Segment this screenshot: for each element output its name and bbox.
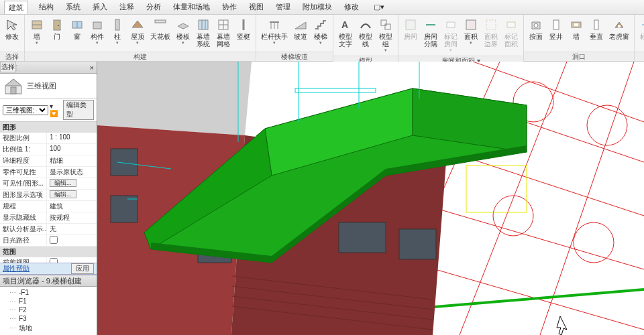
chevron-down-icon: ▾ — [136, 40, 139, 46]
ribbon-stair-button[interactable]: 楼梯▾ — [311, 16, 330, 47]
prop-value[interactable]: 建筑 — [47, 201, 97, 212]
ceiling-icon — [153, 17, 168, 32]
ribbon-comp-button[interactable]: 构件▾ — [88, 16, 107, 47]
door-icon — [50, 17, 64, 32]
edit-button[interactable]: 编辑... — [50, 190, 76, 198]
prop-value[interactable]: 显示原状态 — [47, 167, 97, 178]
edit-button[interactable]: 编辑... — [50, 179, 76, 187]
type-instance-select[interactable]: 三维视图: {三维} — [3, 105, 48, 115]
svg-rect-31 — [507, 22, 515, 27]
mullion-icon — [236, 17, 251, 32]
ribbon-wall-button[interactable]: 墙▾ — [28, 16, 46, 47]
ribbon-floor-button[interactable]: 楼板▾ — [174, 16, 193, 47]
prop-row[interactable]: 默认分析显示...无 — [0, 224, 97, 235]
ribbon-btn-label: 模型线 — [359, 33, 372, 48]
tree-node[interactable]: F3 — [9, 314, 97, 323]
ribbon-abound-button: 面积边界 — [482, 16, 500, 49]
prop-checkbox[interactable] — [50, 258, 58, 263]
ribbon-ramp-button[interactable]: 坡道 — [291, 16, 310, 42]
prop-checkbox[interactable] — [50, 236, 58, 244]
menu-tab-systems[interactable]: 系统 — [64, 1, 82, 13]
prop-row[interactable]: 规程建筑 — [0, 201, 97, 212]
tree-node[interactable]: 场地 — [9, 323, 97, 334]
ribbon-door-button[interactable]: 门 — [48, 16, 66, 42]
ribbon-btn-label: 面积边界 — [484, 33, 498, 48]
menu-tab-addins[interactable]: 附加模块 — [301, 1, 333, 13]
menu-tab-modify[interactable]: 修改 — [343, 1, 360, 13]
menu-tab-view[interactable]: 视图 — [248, 1, 265, 13]
menu-tab-annotate[interactable]: 注释 — [118, 1, 136, 13]
select-mode-label[interactable]: 选择 — [0, 62, 16, 72]
ribbon-window-button[interactable]: 窗 — [68, 16, 87, 42]
ribbon-arrow-button[interactable]: 修改 — [3, 16, 21, 42]
prop-value[interactable]: 精细 — [47, 155, 97, 166]
type-selector[interactable]: 三维视图 — [0, 74, 97, 98]
prop-value[interactable]: 100 — [47, 144, 97, 155]
ribbon-column-button[interactable]: 柱▾ — [108, 16, 127, 47]
rsep-icon — [423, 17, 438, 32]
menu-tab-analyze[interactable]: 分析 — [145, 1, 162, 13]
menu-tab-insert[interactable]: 插入 — [91, 1, 109, 13]
filter-icon[interactable]: ▾ 🔽 — [50, 103, 62, 117]
ribbon-ceiling-button[interactable]: 天花板 — [148, 16, 172, 42]
tree-node[interactable]: -F1 — [9, 288, 97, 297]
prop-row[interactable]: 比例值 1:100 — [0, 144, 97, 155]
ribbon-btn-label: 老虎窗 — [609, 33, 629, 40]
project-browser-header[interactable]: 项目浏览器 - 9.楼梯创建 — [0, 275, 97, 287]
prop-row[interactable]: 显示隐藏线按规程 — [0, 212, 97, 224]
ribbon-mgroup-button[interactable]: 模型组▾ — [376, 16, 395, 54]
prop-value[interactable]: 编辑... — [47, 178, 97, 189]
ribbon-btn-label: 房间分隔 — [424, 33, 437, 48]
menu-tab-manage[interactable]: 管理 — [274, 1, 292, 13]
ribbon-shaft-button[interactable]: 竖井 — [547, 16, 566, 42]
ribbon-mline-button[interactable]: 模型线 — [356, 16, 375, 49]
prop-value[interactable] — [47, 257, 97, 263]
ribbon-area-button[interactable]: 面积▾ — [462, 16, 480, 47]
prop-row[interactable]: 详细程度精细 — [0, 155, 97, 167]
svg-rect-26 — [406, 20, 415, 29]
ribbon-curtain-button[interactable]: 幕墙系统 — [194, 16, 213, 49]
prop-value[interactable]: 1 : 100 — [47, 133, 97, 143]
viewport-3d[interactable] — [97, 62, 644, 335]
ribbon-byface-button[interactable]: 按面 — [527, 16, 545, 42]
menu-tab-massing[interactable]: 体量和场地 — [172, 1, 211, 13]
svg-rect-25 — [385, 24, 390, 29]
ribbon-btn-label: 竖井 — [549, 33, 563, 40]
ribbon-railing-button[interactable]: 栏杆扶手▾ — [259, 16, 290, 47]
prop-row[interactable]: 视图比例1 : 100 — [0, 133, 97, 144]
menu-tab-structure[interactable]: 结构 — [38, 1, 55, 13]
properties-help-link[interactable]: 属性帮助 — [3, 264, 30, 273]
menu-tab-architecture[interactable]: 建筑 — [4, 1, 28, 14]
prop-row[interactable]: 图形显示选项编辑... — [0, 190, 97, 201]
ribbon-rsep-button[interactable]: 房间分隔 — [421, 16, 440, 49]
ribbon-btn-label: 标记房间 — [444, 33, 458, 48]
tree-node[interactable]: F2 — [9, 306, 97, 314]
ribbon-mullion-button[interactable]: 竖梃 — [234, 16, 253, 42]
ribbon-dormer-button[interactable]: 老虎窗 — [607, 16, 631, 42]
chevron-down-icon: ▾ — [470, 40, 472, 46]
menu-tab-collaborate[interactable]: 协作 — [221, 1, 238, 13]
prop-row[interactable]: 裁剪视图 — [0, 257, 97, 263]
ribbon-roof-button[interactable]: 屋顶▾ — [128, 16, 147, 47]
prop-value[interactable]: 无 — [47, 224, 97, 234]
comp-icon — [90, 17, 105, 32]
ribbon-btn-label: 窗 — [74, 33, 80, 40]
tree-node[interactable]: F1 — [9, 297, 97, 306]
ribbon-group-label: 选择 — [0, 52, 24, 61]
ribbon-btn-label: 门 — [54, 33, 60, 40]
edit-type-button[interactable]: 编辑类型 — [63, 100, 94, 120]
apply-button[interactable]: 应用 — [71, 263, 94, 274]
menu-extra-icon[interactable]: ▢▾ — [374, 3, 384, 11]
prop-value[interactable]: 编辑... — [47, 190, 97, 200]
close-icon[interactable]: × — [90, 64, 94, 72]
prop-value[interactable]: 按规程 — [47, 212, 97, 223]
ribbon-owall-button[interactable]: 墙 — [567, 16, 586, 42]
ribbon-mtext-button[interactable]: A模型文字 — [336, 16, 355, 49]
prop-row[interactable]: 日光路径 — [0, 235, 97, 247]
ribbon-vert-button[interactable]: 垂直 — [587, 16, 606, 42]
viewport-canvas[interactable] — [97, 62, 644, 335]
ribbon-cgrid-button[interactable]: 幕墙网格 — [214, 16, 233, 49]
prop-row[interactable]: 可见性/图形...编辑... — [0, 178, 97, 190]
prop-row[interactable]: 零件可见性显示原状态 — [0, 167, 97, 178]
prop-value[interactable] — [47, 235, 97, 246]
